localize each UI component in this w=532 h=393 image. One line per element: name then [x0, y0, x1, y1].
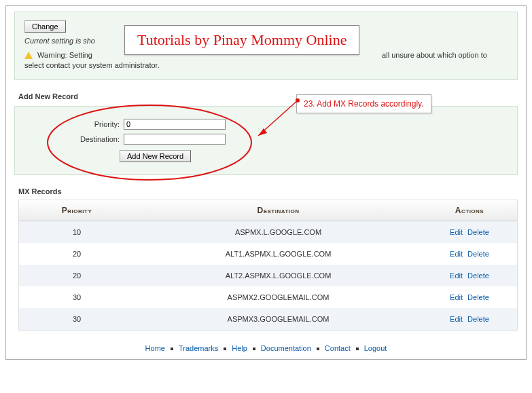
footer-link[interactable]: Logout	[364, 344, 387, 352]
add-record-button[interactable]: Add New Record	[120, 150, 191, 162]
table-row: 30ASPMX3.GOOGLEMAIL.COMEdit Delete	[19, 308, 517, 330]
cell-destination: ALT1.ASPMX.L.GOOGLE.COM	[135, 243, 422, 265]
cell-actions: Edit Delete	[422, 265, 517, 286]
edit-link[interactable]: Edit	[450, 315, 463, 323]
separator-icon	[253, 348, 255, 350]
cell-destination: ASPMX3.GOOGLEMAIL.COM	[135, 308, 422, 330]
warning-prefix: Setting	[67, 51, 94, 59]
table-row: 30ASPMX2.GOOGLEMAIL.COMEdit Delete	[19, 286, 517, 308]
priority-label: Priority:	[52, 120, 120, 128]
destination-input[interactable]	[124, 134, 226, 145]
tutorial-banner-annotation: Tutorials by Pinay Mommy Online	[124, 25, 359, 55]
separator-icon	[317, 348, 319, 350]
change-button[interactable]: Change	[24, 20, 66, 33]
footer-link[interactable]: Trademarks	[179, 344, 218, 352]
cell-actions: Edit Delete	[422, 308, 517, 330]
delete-link[interactable]: Delete	[467, 293, 489, 301]
edit-link[interactable]: Edit	[450, 228, 463, 236]
mx-table-body: 10ASPMX.L.GOOGLE.COMEdit Delete20ALT1.AS…	[19, 221, 517, 330]
callout-annotation: 23. Add MX Records accordingly.	[296, 94, 431, 113]
cell-priority: 20	[19, 265, 135, 286]
priority-input[interactable]	[124, 119, 226, 130]
destination-label: Destination:	[52, 135, 120, 143]
cell-actions: Edit Delete	[422, 221, 517, 243]
cell-priority: 10	[19, 221, 135, 243]
cell-priority: 30	[19, 308, 135, 330]
separator-icon	[224, 348, 226, 350]
mx-records-title: MX Records	[18, 187, 518, 195]
table-row: 20ALT1.ASPMX.L.GOOGLE.COMEdit Delete	[19, 243, 517, 265]
delete-link[interactable]: Delete	[467, 250, 489, 258]
footer-link[interactable]: Home	[145, 344, 165, 352]
cell-destination: ASPMX2.GOOGLEMAIL.COM	[135, 286, 422, 308]
mx-table-header: Priority Destination Actions	[19, 200, 517, 221]
app-frame: Change Current setting is sho Warning: S…	[5, 5, 527, 360]
cell-priority: 20	[19, 243, 135, 265]
footer-nav: HomeTrademarksHelpDocumentationContactLo…	[6, 337, 526, 359]
cell-priority: 30	[19, 286, 135, 308]
table-row: 20ALT2.ASPMX.L.GOOGLE.COMEdit Delete	[19, 265, 517, 286]
edit-link[interactable]: Edit	[450, 293, 463, 301]
add-record-panel: Priority: Destination: Add New Record	[14, 106, 518, 175]
delete-link[interactable]: Delete	[467, 315, 489, 323]
col-actions: Actions	[422, 200, 517, 221]
mx-records-table: Priority Destination Actions 10ASPMX.L.G…	[18, 200, 518, 331]
edit-link[interactable]: Edit	[450, 250, 463, 258]
col-destination: Destination	[135, 200, 422, 221]
edit-link[interactable]: Edit	[450, 272, 463, 280]
cell-actions: Edit Delete	[422, 243, 517, 265]
warning-icon	[24, 52, 33, 59]
separator-icon	[356, 348, 359, 350]
cell-actions: Edit Delete	[422, 286, 517, 308]
col-priority: Priority	[19, 200, 135, 221]
add-record-title: Add New Record	[18, 92, 518, 100]
delete-link[interactable]: Delete	[467, 272, 489, 280]
footer-link[interactable]: Help	[232, 344, 247, 352]
warning-label: Warning:	[37, 51, 67, 59]
cell-destination: ALT2.ASPMX.L.GOOGLE.COM	[135, 265, 422, 286]
table-row: 10ASPMX.L.GOOGLE.COMEdit Delete	[19, 221, 517, 243]
cell-destination: ASPMX.L.GOOGLE.COM	[135, 221, 422, 243]
delete-link[interactable]: Delete	[467, 228, 489, 236]
separator-icon	[171, 348, 173, 350]
footer-link[interactable]: Contact	[325, 344, 351, 352]
footer-link[interactable]: Documentation	[261, 344, 311, 352]
